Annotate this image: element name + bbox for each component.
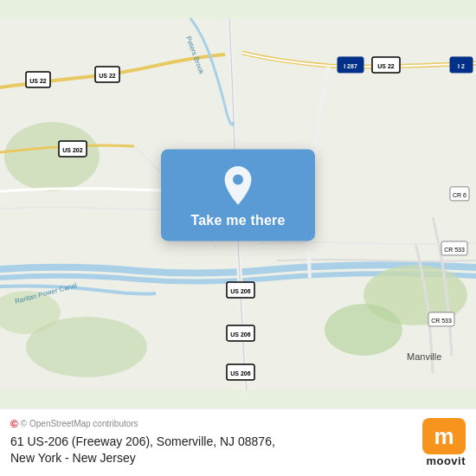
svg-text:I 2: I 2 bbox=[458, 63, 465, 69]
popup-label: Take me there bbox=[190, 213, 285, 228]
svg-text:I 287: I 287 bbox=[344, 63, 357, 69]
svg-text:Manville: Manville bbox=[407, 351, 441, 362]
svg-text:m: m bbox=[434, 423, 453, 449]
svg-text:CR 6: CR 6 bbox=[453, 192, 466, 198]
svg-text:US 22: US 22 bbox=[29, 78, 47, 84]
info-bar: © © OpenStreetMap contributors 61 US-206… bbox=[0, 408, 476, 476]
location-pin-icon bbox=[217, 164, 259, 206]
svg-text:CR 533: CR 533 bbox=[444, 247, 465, 253]
osm-credit-text: © OpenStreetMap contributors bbox=[21, 419, 138, 428]
moovit-icon: m bbox=[422, 418, 466, 454]
address-line2: New York - New Jersey bbox=[10, 451, 136, 465]
address-line1: 61 US-206 (Freeway 206), Somerville, NJ … bbox=[10, 434, 275, 448]
info-text-area: © © OpenStreetMap contributors 61 US-206… bbox=[10, 418, 422, 467]
app-container: US 22 US 22 I 287 US 22 I 2 US 202 US 20… bbox=[0, 0, 476, 476]
svg-text:US 206: US 206 bbox=[230, 370, 250, 376]
map-area: US 22 US 22 I 287 US 22 I 2 US 202 US 20… bbox=[0, 0, 476, 408]
svg-text:US 206: US 206 bbox=[230, 331, 250, 338]
svg-text:US 22: US 22 bbox=[99, 73, 116, 79]
svg-point-33 bbox=[233, 174, 243, 184]
map-popup[interactable]: Take me there bbox=[161, 149, 315, 241]
svg-text:US 206: US 206 bbox=[230, 288, 250, 294]
osm-credit: © © OpenStreetMap contributors bbox=[10, 418, 414, 430]
osm-logo: © bbox=[10, 418, 18, 430]
moovit-logo: m moovit bbox=[422, 418, 466, 467]
svg-text:US 202: US 202 bbox=[62, 147, 82, 153]
svg-text:CR 533: CR 533 bbox=[431, 318, 452, 324]
svg-text:US 22: US 22 bbox=[377, 63, 395, 69]
svg-point-3 bbox=[325, 304, 402, 356]
moovit-text: moovit bbox=[426, 454, 466, 467]
address-text: 61 US-206 (Freeway 206), Somerville, NJ … bbox=[10, 434, 414, 467]
